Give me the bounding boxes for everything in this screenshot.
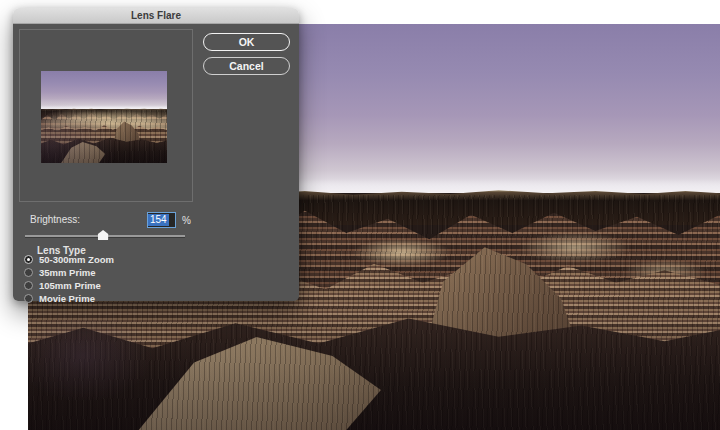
brightness-value: 154 — [148, 214, 169, 226]
radio-movie-prime[interactable]: Movie Prime — [24, 292, 95, 305]
radio-icon — [24, 255, 33, 264]
radio-label: 105mm Prime — [39, 280, 101, 291]
radio-label: Movie Prime — [39, 293, 95, 304]
percent-label: % — [182, 215, 191, 226]
brightness-input[interactable]: 154 — [147, 212, 176, 228]
radio-105mm-prime[interactable]: 105mm Prime — [24, 279, 101, 292]
ok-button[interactable]: OK — [203, 33, 290, 51]
radio-35mm-prime[interactable]: 35mm Prime — [24, 266, 96, 279]
radio-icon — [24, 281, 33, 290]
cancel-button[interactable]: Cancel — [203, 57, 290, 75]
canyon-scene — [41, 71, 167, 163]
dialog-titlebar[interactable]: Lens Flare — [13, 8, 299, 24]
flare-preview-thumbnail[interactable] — [41, 71, 167, 163]
brightness-label: Brightness: — [30, 214, 80, 225]
radio-icon — [24, 294, 33, 303]
radio-icon — [24, 268, 33, 277]
brightness-slider[interactable] — [25, 230, 185, 242]
flare-preview-panel — [19, 29, 193, 202]
lens-flare-dialog: Lens Flare OK Cancel Brightness: 154 % L… — [13, 8, 299, 301]
radio-label: 50-300mm Zoom — [39, 254, 114, 265]
radio-label: 35mm Prime — [39, 267, 96, 278]
vignette — [41, 71, 167, 163]
dialog-body: OK Cancel Brightness: 154 % Lens Type 50… — [13, 24, 299, 301]
radio-50-300mm-zoom[interactable]: 50-300mm Zoom — [24, 253, 114, 266]
brightness-slider-thumb[interactable] — [98, 230, 109, 240]
dialog-title: Lens Flare — [131, 10, 181, 21]
